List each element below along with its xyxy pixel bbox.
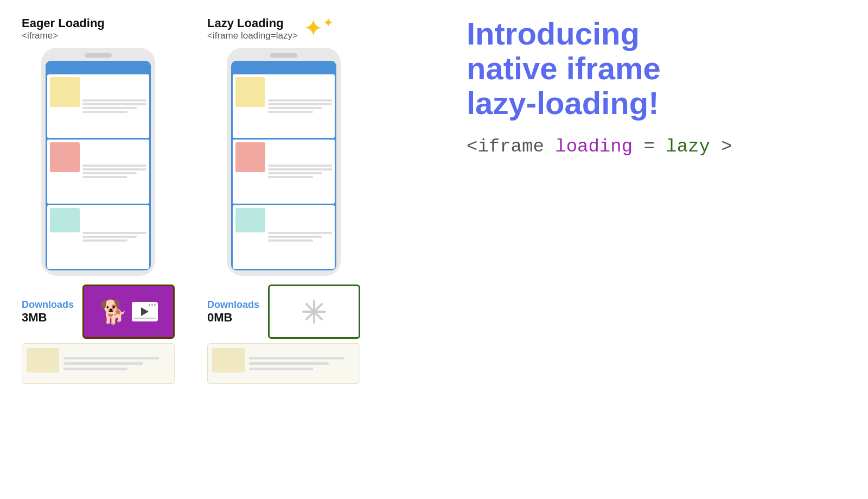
intro-line2: native iframe: [467, 51, 846, 86]
eager-downloads-label: Downloads: [22, 299, 74, 310]
eager-download-text: Downloads 3MB: [22, 299, 74, 325]
text-line: [82, 165, 146, 167]
lazy-header-row: Lazy Loading <iframe loading=lazy> ✦ ✦: [207, 16, 360, 41]
phone-header-bar: [46, 61, 151, 73]
text-line: [268, 165, 332, 167]
lazy-text-lines-1: [268, 77, 332, 135]
text-line: [82, 111, 127, 113]
lazy-iframe-preview: [268, 285, 360, 339]
lazy-yellow-block-1: [235, 77, 265, 107]
below-section-eager: [22, 343, 175, 384]
text-line: [268, 99, 332, 102]
phone-section-2: [47, 140, 149, 203]
below-text-line: [249, 368, 313, 370]
lazy-phone-screen: [231, 61, 336, 270]
text-line: [82, 172, 137, 174]
text-line: [268, 111, 313, 113]
phone-screen: [46, 61, 151, 270]
yellow-block-1: [50, 77, 80, 107]
text-line: [82, 176, 127, 178]
text-line: [268, 239, 313, 242]
lazy-phone: [227, 48, 341, 276]
lazy-phone-section-2: [233, 140, 335, 203]
lazy-download-text: Downloads 0MB: [207, 299, 259, 325]
lazy-subtitle: <iframe loading=lazy>: [207, 30, 298, 41]
text-lines-1: [82, 77, 146, 135]
code-loading-attr: loading: [555, 136, 633, 157]
lazy-downloads-size: 0MB: [207, 311, 232, 324]
text-line: [82, 103, 146, 105]
main-container: Eager Loading <iframe>: [0, 0, 868, 499]
text-line: [268, 103, 332, 105]
phone-content: [46, 73, 151, 270]
phone-section-3: [47, 205, 149, 269]
eager-subtitle: <iframe>: [22, 30, 175, 41]
spinner-icon: [301, 298, 328, 325]
code-iframe-text: <iframe: [467, 136, 555, 157]
below-text-line: [249, 357, 344, 359]
below-text-lines: [63, 348, 170, 379]
lazy-phone-notch: [270, 53, 297, 58]
eager-phone: [41, 48, 155, 276]
lazy-download-info: Downloads 0MB: [207, 285, 360, 339]
text-line: [268, 236, 322, 238]
sparkle-big-icon: ✦: [303, 16, 323, 40]
lazy-phone-section-3: [233, 205, 335, 269]
intro-line1: Introducing: [467, 16, 846, 51]
lazy-below-fold: [207, 343, 360, 384]
text-line: [82, 232, 146, 234]
below-text-line: [63, 362, 143, 365]
lazy-red-block-1: [235, 142, 265, 172]
left-section: Eager Loading <iframe>: [22, 16, 434, 384]
phone-notch: [85, 53, 112, 58]
red-block-1: [50, 142, 80, 172]
video-dots: [149, 304, 156, 306]
lazy-label-text-group: Lazy Loading <iframe loading=lazy>: [207, 16, 298, 41]
lazy-text-lines-3: [268, 208, 332, 266]
sparkle-small-icon: ✦: [323, 16, 334, 29]
text-line: [268, 176, 313, 178]
eager-iframe-preview: 🐕: [82, 285, 175, 339]
right-section: Introducing native iframe lazy-loading! …: [434, 16, 846, 157]
intro-text-block: Introducing native iframe lazy-loading!: [467, 16, 846, 120]
text-line: [268, 107, 322, 109]
below-yellow-block: [27, 348, 59, 372]
below-text-line: [63, 368, 127, 370]
iframe-inner: 🐕: [99, 299, 158, 325]
lazy-text-lines-2: [268, 142, 332, 200]
play-button-icon: [141, 307, 149, 316]
text-line: [82, 168, 146, 170]
lazy-column: Lazy Loading <iframe loading=lazy> ✦ ✦: [207, 16, 360, 384]
lazy-phone-header-bar: [231, 61, 336, 73]
lazy-teal-block-1: [235, 208, 265, 232]
eager-download-info: Downloads 3MB 🐕: [22, 285, 175, 339]
text-line: [268, 172, 322, 174]
eager-below-fold: [22, 343, 175, 384]
eager-column: Eager Loading <iframe>: [22, 16, 175, 384]
teal-block-1: [50, 208, 80, 232]
code-close-bracket: >: [721, 136, 732, 157]
text-lines-2: [82, 142, 146, 200]
lazy-phone-section-1: [233, 74, 335, 138]
text-line: [82, 236, 137, 238]
phone-section-1: [47, 74, 149, 138]
text-line: [268, 168, 332, 170]
lazy-title: Lazy Loading: [207, 16, 298, 30]
text-line: [82, 99, 146, 102]
code-snippet: <iframe loading = lazy >: [467, 136, 846, 157]
code-equals-sign: =: [643, 136, 654, 157]
dog-icon: 🐕: [99, 299, 127, 325]
below-section-lazy: [207, 343, 360, 384]
below-text-line: [249, 362, 329, 365]
dot: [149, 304, 150, 306]
text-line: [82, 239, 127, 242]
lazy-phone-content: [231, 73, 336, 270]
text-line: [268, 232, 332, 234]
code-lazy-value: lazy: [666, 136, 710, 157]
lazy-downloads-label: Downloads: [207, 299, 259, 310]
intro-line3: lazy-loading!: [467, 86, 846, 121]
sparkle-decoration: ✦ ✦: [303, 16, 334, 40]
eager-downloads-size: 3MB: [22, 311, 47, 324]
lazy-label: Lazy Loading <iframe loading=lazy> ✦ ✦: [207, 16, 360, 41]
text-line: [82, 107, 137, 109]
